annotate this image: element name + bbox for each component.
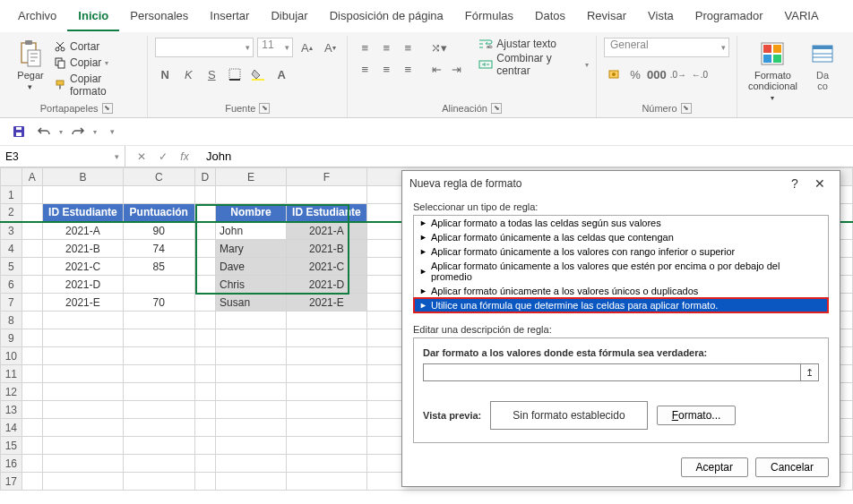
cell[interactable]: John	[216, 222, 287, 240]
cell[interactable]: Mary	[216, 240, 287, 258]
menu-item-dibujar[interactable]: Dibujar	[260, 4, 318, 31]
format-as-table-button[interactable]: Daco	[805, 38, 840, 93]
cell[interactable]	[194, 365, 215, 383]
row-header[interactable]: 14	[1, 419, 22, 437]
fx-icon[interactable]: fx	[174, 150, 195, 163]
cell[interactable]: 2021-E	[287, 294, 367, 312]
format-button[interactable]: Formato...	[657, 406, 737, 425]
cell[interactable]: 2021-B	[43, 240, 124, 258]
cell[interactable]	[22, 419, 42, 437]
font-family-combo[interactable]: ▾	[155, 38, 254, 57]
save-icon[interactable]	[9, 122, 29, 141]
cell[interactable]	[123, 437, 194, 455]
cell[interactable]	[194, 312, 215, 329]
cell[interactable]: 2021-C	[43, 258, 124, 276]
cell[interactable]	[194, 329, 215, 347]
row-header[interactable]: 2	[1, 204, 22, 222]
cell[interactable]	[43, 419, 124, 437]
paste-button[interactable]: Pegar▾	[13, 38, 48, 94]
help-button[interactable]: ?	[782, 176, 807, 191]
cell[interactable]	[194, 294, 215, 312]
cell[interactable]	[216, 437, 287, 455]
row-header[interactable]: 7	[1, 294, 22, 312]
cell[interactable]	[216, 186, 287, 204]
cell[interactable]	[194, 473, 215, 491]
percent-format-icon[interactable]: %	[625, 64, 645, 84]
cell[interactable]	[43, 186, 124, 204]
cell[interactable]: 74	[123, 240, 194, 258]
alignment-launcher[interactable]: ⬊	[491, 103, 502, 114]
rule-type-option[interactable]: ►Aplicar formato a todas las celdas segú…	[414, 216, 828, 230]
copy-button[interactable]: Copiar ▾	[52, 56, 140, 70]
cell[interactable]	[194, 455, 215, 473]
cell[interactable]	[216, 383, 287, 401]
cell[interactable]	[22, 258, 42, 276]
menu-item-datos[interactable]: Datos	[524, 4, 576, 31]
cell[interactable]	[123, 347, 194, 365]
number-launcher[interactable]: ⬊	[681, 103, 692, 114]
cell[interactable]: 90	[123, 222, 194, 240]
cell[interactable]	[287, 419, 367, 437]
cell[interactable]	[287, 186, 367, 204]
undo-icon[interactable]	[34, 122, 54, 141]
cell[interactable]	[287, 473, 367, 491]
cell[interactable]	[194, 186, 215, 204]
cell[interactable]	[123, 419, 194, 437]
menu-item-disposición de página[interactable]: Disposición de página	[319, 4, 454, 31]
redo-icon[interactable]	[68, 122, 88, 141]
rule-formula-input[interactable]	[423, 363, 801, 381]
cell[interactable]	[22, 186, 42, 204]
menu-item-archivo[interactable]: Archivo	[7, 4, 67, 31]
menu-item-vista[interactable]: Vista	[637, 4, 685, 31]
cell[interactable]	[123, 365, 194, 383]
cell[interactable]: 2021-B	[287, 240, 367, 258]
rule-type-option[interactable]: ►Aplicar formato únicamente a las celdas…	[414, 230, 828, 244]
conditional-format-button[interactable]: Formato condicional ▾	[745, 38, 801, 106]
increase-font-icon[interactable]: A▴	[297, 38, 316, 57]
number-format-combo[interactable]: General▾	[604, 38, 729, 57]
cell[interactable]: 2021-D	[287, 276, 367, 294]
comma-format-icon[interactable]: 000	[647, 64, 667, 84]
align-bottom-icon[interactable]: ≡	[398, 38, 418, 57]
cell[interactable]	[22, 437, 42, 455]
orientation-button[interactable]: ⤭▾	[426, 38, 452, 57]
align-top-icon[interactable]: ≡	[355, 38, 375, 57]
decrease-font-icon[interactable]: A▾	[320, 38, 340, 57]
cell[interactable]: ID Estudiante	[287, 204, 367, 222]
align-center-icon[interactable]: ≡	[376, 59, 396, 79]
cell[interactable]	[22, 455, 42, 473]
row-header[interactable]: 15	[1, 437, 22, 455]
format-painter-button[interactable]: Copiar formato	[52, 72, 140, 98]
row-header[interactable]: 6	[1, 276, 22, 294]
cell[interactable]: 2021-A	[287, 222, 367, 240]
menu-item-insertar[interactable]: Insertar	[199, 4, 260, 31]
align-right-icon[interactable]: ≡	[398, 59, 418, 79]
cell[interactable]	[43, 365, 124, 383]
confirm-edit-icon[interactable]: ✓	[152, 150, 174, 163]
cell[interactable]	[22, 473, 42, 491]
menu-item-inicio[interactable]: Inicio	[67, 4, 119, 31]
cell[interactable]	[43, 383, 124, 401]
cell[interactable]	[22, 276, 42, 294]
menu-item-fórmulas[interactable]: Fórmulas	[454, 4, 524, 31]
cell[interactable]	[123, 276, 194, 294]
cell[interactable]	[194, 222, 215, 240]
cell[interactable]	[123, 455, 194, 473]
cell[interactable]	[43, 455, 124, 473]
cell[interactable]	[216, 312, 287, 329]
align-middle-icon[interactable]: ≡	[376, 38, 396, 57]
cell[interactable]	[22, 383, 42, 401]
font-size-combo[interactable]: 11▾	[257, 38, 293, 57]
menu-item-varia[interactable]: VARIA	[774, 4, 830, 31]
cell[interactable]	[287, 347, 367, 365]
cancel-edit-icon[interactable]: ✕	[131, 150, 152, 163]
cell[interactable]: 2021-E	[43, 294, 124, 312]
cell[interactable]: 2021-C	[287, 258, 367, 276]
row-header[interactable]: 4	[1, 240, 22, 258]
row-header[interactable]: 11	[1, 365, 22, 383]
cell[interactable]	[216, 329, 287, 347]
cell[interactable]	[22, 365, 42, 383]
cut-button[interactable]: Cortar	[52, 39, 140, 54]
cell[interactable]: Puntuación	[123, 204, 194, 222]
underline-button[interactable]: S	[202, 64, 221, 84]
